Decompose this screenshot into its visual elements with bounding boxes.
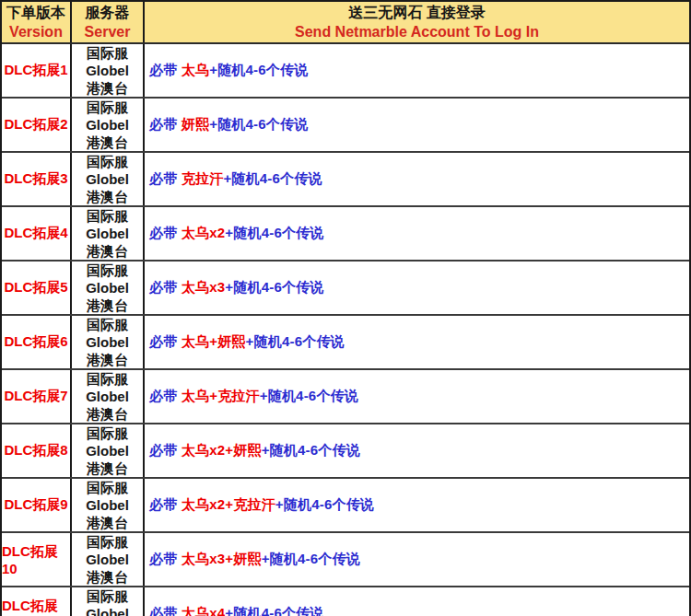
offer-must-label: 必带 [149,62,182,79]
server-line1: 国际服Globel [72,533,143,568]
offer-must-label: 必带 [149,496,182,514]
table-row-2: DLC拓展2 国际服Globel 港澳台 必带 妍熙+随机4-6个传说 [2,99,689,153]
offer-random-label: +随机4-6个传说 [225,225,323,242]
offer-random-label: +随机4-6个传说 [262,442,360,459]
header-offer-column: 送三无网石 直接登录 Send Netmarble Account To Log… [145,2,689,42]
offer-characters-label: 太乌x3+妍熙 [182,551,262,568]
offer-random-label: +随机4-6个传说 [209,62,308,79]
server-line2: 港澳台 [87,459,128,477]
version-label: DLC拓展11 [2,598,70,616]
version-cell: DLC拓展3 [2,153,72,205]
server-cell: 国际服Globel 港澳台 [72,207,145,260]
offer-must-label: 必带 [149,116,182,134]
version-label: DLC拓展6 [4,333,67,351]
offer-must-label: 必带 [149,170,182,188]
server-line2: 港澳台 [87,296,128,314]
offer-cell: 必带 太乌+克拉汗+随机4-6个传说 [145,370,689,423]
table-row-10: DLC拓展10 国际服Globel 港澳台 必带 太乌x3+妍熙+随机4-6个传… [2,533,689,587]
server-cell: 国际服Globel 港澳台 [72,153,145,205]
offer-must-label: 必带 [149,388,182,405]
server-line1: 国际服Globel [72,479,143,514]
dlc-order-table: 下单版本 Version 服务器 Server 送三无网石 直接登录 Send … [0,0,691,616]
offer-characters-label: 克拉汗 [182,170,224,188]
header-server-column: 服务器 Server [72,2,145,42]
version-cell: DLC拓展10 [2,533,72,586]
server-line1: 国际服Globel [72,316,143,351]
offer-must-label: 必带 [149,279,182,296]
offer-random-label: +随机4-6个传说 [225,279,323,296]
header-offer-en: Send Netmarble Account To Log In [295,22,539,41]
offer-cell: 必带 太乌x3+随机4-6个传说 [145,262,689,314]
header-version-zh: 下单版本 [6,3,65,22]
offer-cell: 必带 太乌x2+随机4-6个传说 [145,207,689,260]
offer-must-label: 必带 [149,605,182,616]
offer-cell: 必带 克拉汗+随机4-6个传说 [145,153,689,205]
version-label: DLC拓展7 [4,388,67,405]
offer-must-label: 必带 [149,333,182,351]
header-version-column: 下单版本 Version [2,2,72,42]
server-line1: 国际服Globel [72,262,143,296]
server-cell: 国际服Globel 港澳台 [72,479,145,531]
server-line1: 国际服Globel [72,153,143,188]
offer-cell: 必带 太乌x2+克拉汗+随机4-6个传说 [145,479,689,531]
offer-characters-label: 太乌x2+妍熙 [182,442,262,459]
table-row-9: DLC拓展9 国际服Globel 港澳台 必带 太乌x2+克拉汗+随机4-6个传… [2,479,689,533]
offer-random-label: +随机4-6个传说 [260,388,358,405]
offer-characters-label: 太乌+克拉汗 [182,388,260,405]
version-label: DLC拓展9 [4,496,67,514]
server-line1: 国际服Globel [72,207,143,242]
server-line1: 国际服Globel [72,424,143,459]
version-cell: DLC拓展2 [2,99,72,151]
version-cell: DLC拓展6 [2,316,72,368]
version-cell: DLC拓展8 [2,424,72,477]
offer-random-label: +随机4-6个传说 [275,496,374,514]
header-server-zh: 服务器 [86,3,130,22]
server-line1: 国际服Globel [72,587,143,616]
server-line2: 港澳台 [87,242,128,260]
offer-characters-label: 太乌x2 [182,225,226,242]
version-cell: DLC拓展1 [2,44,72,97]
offer-must-label: 必带 [149,225,182,242]
offer-must-label: 必带 [149,551,182,568]
table-row-3: DLC拓展3 国际服Globel 港澳台 必带 克拉汗+随机4-6个传说 [2,153,689,207]
server-line2: 港澳台 [87,514,128,531]
offer-cell: 必带 太乌+随机4-6个传说 [145,44,689,97]
version-cell: DLC拓展5 [2,262,72,314]
server-line1: 国际服Globel [72,370,143,405]
server-cell: 国际服Globel 港澳台 [72,424,145,477]
offer-characters-label: 太乌x2+克拉汗 [182,496,275,514]
server-line2: 港澳台 [87,405,128,423]
table-row-1: DLC拓展1 国际服Globel 港澳台 必带 太乌+随机4-6个传说 [2,44,689,99]
version-label: DLC拓展10 [2,543,70,576]
offer-random-label: +随机4-6个传说 [225,605,323,616]
version-cell: DLC拓展9 [2,479,72,531]
table-row-11: DLC拓展11 国际服Globel 港澳台 必带 太乌x4+随机4-6个传说 [2,587,689,616]
version-cell: DLC拓展4 [2,207,72,260]
header-version-en: Version [9,22,63,41]
table-row-8: DLC拓展8 国际服Globel 港澳台 必带 太乌x2+妍熙+随机4-6个传说 [2,424,689,479]
server-line2: 港澳台 [87,351,128,368]
offer-random-label: +随机4-6个传说 [223,170,322,188]
version-label: DLC拓展8 [4,442,67,459]
server-line1: 国际服Globel [72,44,143,79]
version-label: DLC拓展5 [4,279,67,296]
offer-random-label: +随机4-6个传说 [246,333,345,351]
offer-cell: 必带 太乌x4+随机4-6个传说 [145,587,689,616]
server-cell: 国际服Globel 港澳台 [72,99,145,151]
header-server-en: Server [85,22,131,41]
offer-characters-label: 妍熙 [182,116,209,134]
server-line2: 港澳台 [87,568,128,586]
table-row-5: DLC拓展5 国际服Globel 港澳台 必带 太乌x3+随机4-6个传说 [2,262,689,316]
offer-characters-label: 太乌x4 [182,605,226,616]
server-cell: 国际服Globel 港澳台 [72,44,145,97]
server-line2: 港澳台 [87,134,128,151]
header-offer-zh: 送三无网石 直接登录 [348,3,485,22]
offer-cell: 必带 妍熙+随机4-6个传说 [145,99,689,151]
offer-characters-label: 太乌+妍熙 [182,333,246,351]
server-cell: 国际服Globel 港澳台 [72,262,145,314]
table-row-6: DLC拓展6 国际服Globel 港澳台 必带 太乌+妍熙+随机4-6个传说 [2,316,689,370]
offer-cell: 必带 太乌+妍熙+随机4-6个传说 [145,316,689,368]
offer-characters-label: 太乌 [182,62,209,79]
offer-cell: 必带 太乌x2+妍熙+随机4-6个传说 [145,424,689,477]
version-cell: DLC拓展7 [2,370,72,423]
